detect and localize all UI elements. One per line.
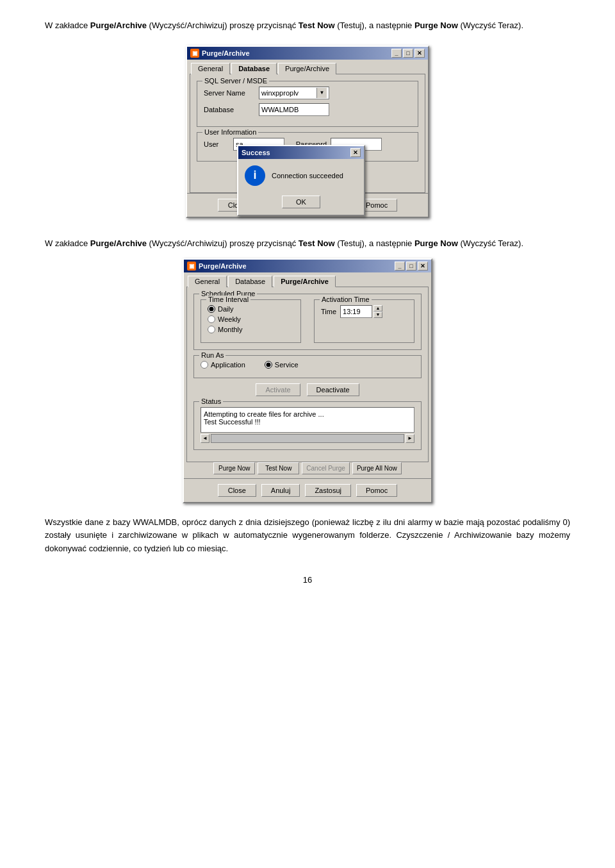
app-icon: ▣	[190, 49, 199, 58]
daily-radio[interactable]	[208, 305, 215, 313]
maximize-button2[interactable]: □	[406, 262, 416, 271]
weekly-row: Weekly	[208, 315, 294, 323]
run-as-content: Application Service	[201, 361, 414, 371]
server-name-label: Server Name	[204, 89, 255, 97]
tab-database[interactable]: Database	[231, 63, 277, 74]
user-label: User	[204, 140, 229, 148]
intro-text-1: W zakładce	[45, 21, 90, 30]
status-label: Status	[199, 397, 223, 405]
weekly-label: Weekly	[218, 315, 241, 323]
dialog1-tabs: General Database Purge/Archive	[187, 60, 428, 74]
dialog2-footer: Close Anuluj Zastosuj Pomoc	[184, 478, 431, 502]
success-message: Connection succeeded	[272, 172, 343, 179]
server-name-row: Server Name winxpproplv ▼	[204, 87, 411, 99]
intro-text-4: (Wyczyść Teraz).	[458, 21, 523, 30]
status-text-box: Attempting to create files for archive .…	[201, 407, 414, 433]
purge-buttons-row: Purge Now Test Now Cancel Purge Purge Al…	[184, 462, 431, 474]
scrollbar-track[interactable]	[211, 434, 404, 443]
titlebar-left: ▣ Purge/Archive	[190, 49, 250, 58]
intro-text-3: (Testuj), a następnie	[335, 21, 414, 30]
scroll-right[interactable]: ►	[406, 434, 414, 443]
sql-group-label: SQL Server / MSDE	[202, 77, 269, 85]
dialog1-title: Purge/Archive	[202, 49, 250, 57]
time-spinner: ▲ ▼	[373, 305, 382, 318]
dialog2-tabs: General Database Purge/Archive	[184, 272, 431, 287]
application-row: Application	[201, 361, 245, 369]
minimize-button2[interactable]: _	[395, 262, 405, 271]
application-radio[interactable]	[201, 361, 208, 369]
sql-group: SQL Server / MSDE Server Name winxppropl…	[197, 81, 418, 127]
ok-button[interactable]: OK	[282, 196, 320, 208]
purge-all-now-button[interactable]: Purge All Now	[352, 462, 402, 474]
activate-button[interactable]: Activate	[256, 383, 300, 396]
monthly-row: Monthly	[208, 326, 294, 333]
intro-bold-3: Purge Now	[414, 21, 458, 30]
monthly-label: Monthly	[218, 326, 243, 333]
titlebar-controls: _ □ ✕	[391, 49, 425, 58]
tab-purge-archive[interactable]: Purge/Archive	[278, 63, 336, 74]
time-row: Time ▲ ▼	[321, 305, 407, 318]
activation-time-group: Activation Time Time ▲ ▼	[314, 299, 414, 343]
run-as-group: Run As Application Service	[193, 355, 422, 378]
titlebar2-controls: _ □ ✕	[395, 262, 428, 271]
daily-row: Daily	[208, 305, 294, 313]
intro-bold-2: Test Now	[299, 21, 335, 30]
success-titlebar: Success ✕	[238, 146, 364, 159]
zastosuj-button2[interactable]: Zastosuj	[305, 484, 351, 497]
dialog1-titlebar: ▣ Purge/Archive _ □ ✕	[187, 47, 428, 60]
time-down-button[interactable]: ▼	[373, 312, 382, 318]
scroll-left[interactable]: ◄	[201, 434, 209, 443]
cancel-purge-button[interactable]: Cancel Purge	[302, 462, 350, 474]
time-interval-group: Time Interval Daily Weekly	[201, 299, 301, 343]
service-radio[interactable]	[265, 361, 272, 369]
test-now-button[interactable]: Test Now	[258, 462, 299, 474]
dialog2-title: Purge/Archive	[199, 262, 247, 270]
info-icon: i	[245, 165, 265, 186]
daily-label: Daily	[218, 305, 233, 313]
server-name-dropdown[interactable]: winxpproplv ▼	[259, 87, 329, 99]
weekly-radio[interactable]	[208, 315, 215, 323]
application-label: Application	[211, 361, 245, 369]
status-group: Status Attempting to create files for ar…	[193, 401, 422, 450]
second-paragraph-label: W zakładce Purge/Archive (Wyczyść/Archiw…	[45, 237, 570, 251]
minimize-button[interactable]: _	[391, 49, 402, 58]
tab2-purge-archive[interactable]: Purge/Archive	[274, 276, 336, 287]
time-input-group: ▲ ▼	[340, 305, 382, 318]
tab2-general[interactable]: General	[188, 276, 227, 287]
close-button-title[interactable]: ✕	[414, 49, 425, 58]
time-up-button[interactable]: ▲	[373, 305, 382, 312]
dialog2-content: Scheduled Purge Time Interval Daily	[186, 287, 429, 462]
close-button-title2[interactable]: ✕	[418, 262, 428, 271]
time-input[interactable]	[340, 305, 372, 318]
tab-general[interactable]: General	[191, 63, 230, 74]
pomoc-button2[interactable]: Pomoc	[356, 484, 397, 497]
success-popup: Success ✕ i Connection succeeded OK	[237, 145, 365, 216]
service-row: Service	[265, 361, 299, 369]
tab2-database[interactable]: Database	[228, 276, 272, 287]
success-title: Success	[242, 149, 270, 156]
success-close-btn[interactable]: ✕	[350, 148, 361, 157]
service-label: Service	[275, 361, 299, 369]
database-input[interactable]	[259, 103, 329, 116]
database-row: Database	[204, 103, 411, 116]
dialog2: ▣ Purge/Archive _ □ ✕ General Database	[183, 258, 432, 503]
time-interval-label: Time Interval	[206, 296, 250, 303]
monthly-radio[interactable]	[208, 326, 215, 333]
bottom-text: Wszystkie dane z bazy WWALMDB, oprócz da…	[45, 517, 570, 554]
purge-now-button[interactable]: Purge Now	[213, 462, 255, 474]
intro-bold-1: Purge/Archive	[90, 21, 147, 30]
success-footer: OK	[238, 192, 364, 215]
success-dialog: Success ✕ i Connection succeeded OK	[237, 145, 365, 216]
success-body: i Connection succeeded	[238, 159, 364, 192]
anuluj-button2[interactable]: Anuluj	[261, 484, 300, 497]
maximize-button[interactable]: □	[403, 49, 413, 58]
close-button2[interactable]: Close	[218, 484, 256, 497]
intro-paragraph: W zakładce Purge/Archive (Wyczyść/Archiw…	[45, 19, 570, 33]
deactivate-button[interactable]: Deactivate	[307, 383, 359, 396]
run-as-label: Run As	[199, 351, 226, 359]
titlebar2-left: ▣ Purge/Archive	[187, 262, 247, 271]
app-icon2: ▣	[187, 262, 196, 271]
activation-time-label: Activation Time	[320, 296, 372, 303]
status-scrollbar: ◄ ►	[201, 434, 414, 443]
scheduled-purge-content: Time Interval Daily Weekly	[201, 299, 414, 343]
